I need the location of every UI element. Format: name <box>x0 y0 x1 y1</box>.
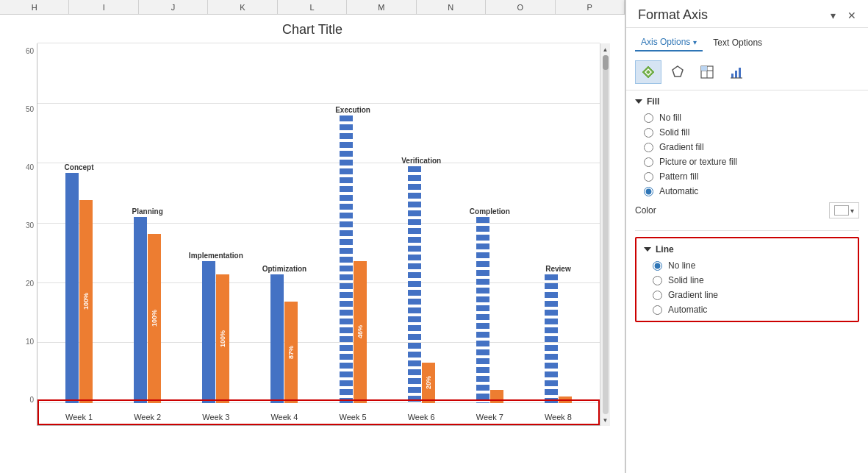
fill-gradient-fill-label: Gradient fill <box>659 142 704 152</box>
blue-bar-week8 <box>545 274 558 403</box>
blue-bar-week7 <box>476 217 489 403</box>
panel-content: Fill No fill Solid fill Gradient fill P <box>626 90 868 473</box>
shape-tab[interactable] <box>664 60 691 84</box>
bar-wrapper-week3: 100% <box>202 261 229 403</box>
line-section: Line No line Solid line Gradient line A <box>635 237 859 322</box>
layout-icon <box>700 65 714 79</box>
y-label-30: 30 <box>26 221 34 230</box>
fill-picture-fill-radio[interactable] <box>644 157 653 167</box>
svg-rect-8 <box>731 74 734 78</box>
chart-title: Chart Title <box>15 22 610 38</box>
line-gradient-line-label: Gradient line <box>668 290 718 300</box>
line-automatic-item[interactable]: Automatic <box>653 305 850 315</box>
bar-pct-label-week2: 100% <box>151 310 158 327</box>
col-headers: H I J K L M N O P <box>0 0 625 15</box>
icon-tabs <box>626 57 868 90</box>
line-gradient-line-radio[interactable] <box>653 291 662 300</box>
orange-bar-week3: 100% <box>216 274 229 403</box>
panel-header: Format Axis ▾ ✕ <box>626 0 868 28</box>
bar-category-label-week7: Completion <box>470 207 510 216</box>
fill-no-fill-item[interactable]: No fill <box>644 113 859 123</box>
x-label-week7: Week 7 <box>456 413 524 422</box>
fill-gradient-fill-radio[interactable] <box>644 143 653 152</box>
chart-container: Chart Title 60 50 40 30 20 10 0 Concept1… <box>0 15 625 473</box>
panel-controls: ▾ ✕ <box>825 8 859 23</box>
bar-wrapper-week1: 100% <box>65 173 93 403</box>
x-label-week6: Week 6 <box>387 413 456 422</box>
bar-group-week8: Review <box>524 43 592 403</box>
section-divider <box>635 230 859 231</box>
tab-text-options[interactable]: Text Options <box>707 35 768 51</box>
blue-bar-week6 <box>408 166 421 403</box>
bar-group-week3: Implementation100% <box>182 43 250 403</box>
layout-tab[interactable] <box>694 60 720 84</box>
line-no-line-item[interactable]: No line <box>653 260 850 271</box>
color-swatch <box>834 205 849 216</box>
color-picker-button[interactable]: ▾ <box>829 202 859 218</box>
line-solid-line-item[interactable]: Solid line <box>653 275 850 285</box>
y-label-50: 50 <box>26 105 34 113</box>
bar-pct-label-week6: 20% <box>425 376 432 389</box>
orange-bar-week6: 20% <box>422 363 435 403</box>
svg-rect-10 <box>739 68 741 78</box>
bar-wrapper-week5: 46% <box>340 115 367 403</box>
bar-group-week1: Concept100% <box>45 43 113 403</box>
fill-solid-fill-label: Solid fill <box>659 127 689 138</box>
svg-rect-7 <box>701 66 707 71</box>
y-label-60: 60 <box>26 47 34 55</box>
svg-marker-3 <box>672 66 683 77</box>
bar-wrapper-week6: 20% <box>408 166 435 403</box>
tab-axis-options[interactable]: Axis Options ▾ <box>635 34 703 51</box>
bar-category-label-week4: Optimization <box>262 265 307 273</box>
bars-area: Concept100%Planning100%Implementation100… <box>37 43 600 403</box>
chart-plot: Concept100%Planning100%Implementation100… <box>37 43 600 426</box>
fill-solid-fill-item[interactable]: Solid fill <box>644 127 859 138</box>
fill-radio-group: No fill Solid fill Gradient fill Picture… <box>635 113 859 196</box>
panel-dropdown-button[interactable]: ▾ <box>825 8 840 23</box>
line-section-header[interactable]: Line <box>644 244 850 255</box>
bar-pct-label-week3: 100% <box>219 330 226 347</box>
shape-icon <box>670 65 685 79</box>
line-gradient-line-item[interactable]: Gradient line <box>653 290 850 300</box>
scroll-down-arrow[interactable]: ▼ <box>601 416 610 424</box>
fill-automatic-radio[interactable] <box>644 187 653 196</box>
bar-wrapper-week7 <box>476 217 503 403</box>
fill-gradient-fill-item[interactable]: Gradient fill <box>644 142 859 152</box>
panel-close-button[interactable]: ✕ <box>844 8 859 23</box>
fill-no-fill-label: No fill <box>659 113 681 123</box>
line-automatic-radio[interactable] <box>653 305 662 315</box>
chart-icon <box>729 65 744 79</box>
scroll-up-arrow[interactable]: ▲ <box>601 45 610 54</box>
y-label-10: 10 <box>26 338 34 346</box>
line-automatic-label: Automatic <box>668 305 707 315</box>
orange-bar-week7 <box>490 390 503 403</box>
blue-bar-week2 <box>134 217 147 403</box>
y-label-40: 40 <box>26 163 34 171</box>
bar-wrapper-week2: 100% <box>134 217 161 403</box>
chart-tab[interactable] <box>723 60 750 84</box>
orange-bar-week8 <box>559 396 572 403</box>
line-collapse-icon <box>644 247 651 252</box>
fill-solid-fill-radio[interactable] <box>644 128 653 138</box>
col-header-n: N <box>417 0 486 14</box>
line-no-line-radio[interactable] <box>653 261 662 271</box>
fill-automatic-item[interactable]: Automatic <box>644 186 859 196</box>
orange-bar-week2: 100% <box>148 234 161 403</box>
fill-collapse-icon <box>635 99 642 104</box>
fill-pattern-fill-item[interactable]: Pattern fill <box>644 171 859 182</box>
line-solid-line-radio[interactable] <box>653 276 662 285</box>
fill-effects-tab[interactable] <box>635 60 661 84</box>
fill-no-fill-radio[interactable] <box>644 113 653 123</box>
x-labels: Week 1Week 2Week 3Week 4Week 5Week 6Week… <box>45 413 592 422</box>
bar-category-label-week1: Concept <box>65 163 94 171</box>
fill-automatic-label: Automatic <box>659 186 698 196</box>
spreadsheet-area: H I J K L M N O P Chart Title 60 50 40 3… <box>0 0 625 473</box>
fill-section-header[interactable]: Fill <box>635 96 859 107</box>
color-row: Color ▾ <box>635 196 859 221</box>
fill-pattern-fill-radio[interactable] <box>644 172 653 182</box>
line-solid-line-label: Solid line <box>668 275 704 285</box>
col-header-p: P <box>556 0 625 14</box>
fill-picture-fill-item[interactable]: Picture or texture fill <box>644 157 859 167</box>
orange-bar-week5: 46% <box>354 261 367 403</box>
scroll-thumb[interactable] <box>603 55 609 70</box>
